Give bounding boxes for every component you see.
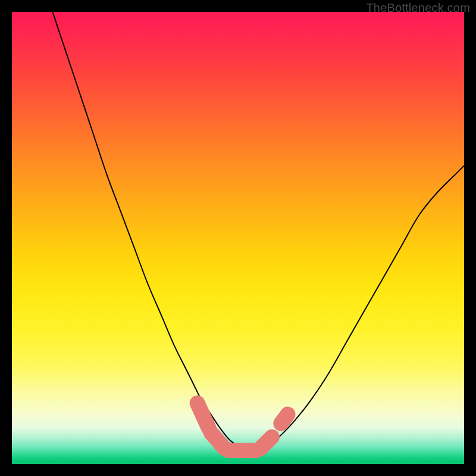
watermark-text: TheBottleneck.com	[366, 1, 470, 15]
bottleneck-curve	[52, 12, 464, 451]
left-sausage-a	[198, 403, 209, 428]
curve-markers	[198, 403, 288, 450]
right-sausage-a	[261, 437, 272, 448]
chart-frame: TheBottleneck.com	[0, 0, 476, 476]
left-sausage-b	[211, 433, 224, 449]
right-sausage-b	[281, 414, 287, 423]
plot-area	[12, 12, 464, 464]
curve-layer	[12, 12, 464, 464]
